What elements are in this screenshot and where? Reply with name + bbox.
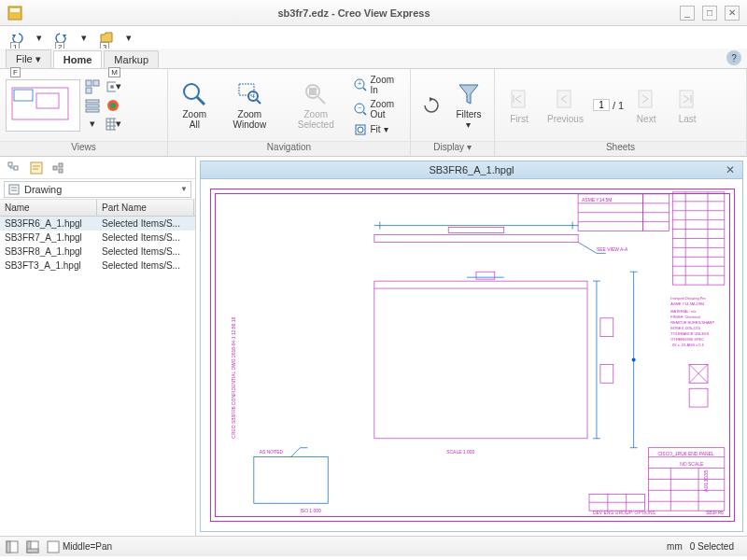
svg-text:+: + — [251, 92, 256, 101]
svg-rect-27 — [309, 88, 317, 95]
svg-rect-6 — [93, 80, 99, 86]
svg-rect-4 — [36, 93, 59, 108]
svg-text:TOLERANCE UNLESS: TOLERANCE UNLESS — [670, 331, 709, 336]
viewer-title: SB3FR6_A_1.hpgl — [429, 164, 514, 175]
svg-text:OTHERWISE SPEC: OTHERWISE SPEC — [670, 337, 704, 342]
zoom-in-button[interactable]: +Zoom In — [351, 74, 404, 96]
units-label: mm — [667, 541, 683, 552]
view-list-icon[interactable] — [84, 97, 101, 114]
svg-rect-48 — [53, 166, 57, 170]
help-icon[interactable]: ? — [726, 50, 741, 65]
close-button[interactable]: ✕ — [725, 6, 740, 21]
color-icon[interactable] — [105, 97, 121, 114]
ribbon-tabs: File ▾F Home MarkupM ? — [0, 49, 747, 69]
svg-rect-104 — [689, 388, 708, 407]
previous-sheet-button: Previous — [542, 84, 589, 126]
svg-text:SEE VIEW A-A: SEE VIEW A-A — [597, 247, 628, 252]
viewer-close-icon[interactable]: ✕ — [726, 163, 739, 176]
svg-rect-91 — [254, 457, 328, 504]
view-gallery-icon[interactable] — [84, 78, 101, 95]
last-sheet-button: Last — [669, 84, 706, 126]
first-sheet-button: First — [500, 84, 538, 126]
window-title: sb3fr7.edz - Creo View Express — [28, 7, 680, 19]
redo-dropdown[interactable]: ▾ — [75, 28, 93, 47]
undo-dropdown[interactable]: ▾ — [30, 28, 49, 47]
grid-icon[interactable]: ▾ — [105, 116, 121, 133]
svg-text:ASME Y14.5M: ASME Y14.5M — [582, 198, 612, 203]
mouse-mode-label: Middle=Pan — [63, 541, 112, 552]
layout-2-icon[interactable] — [26, 540, 39, 553]
svg-rect-40 — [639, 91, 652, 107]
list-item[interactable]: SB3FR6_A_1.hpglSelected Items/S... — [0, 217, 195, 231]
next-sheet-button: Next — [627, 84, 665, 126]
viewer-panel: SB3FR6_A_1.hpgl ✕ ASME Y14.5M — [196, 157, 747, 536]
svg-text:ASME Y14.5M-1994: ASME Y14.5M-1994 — [670, 301, 705, 306]
list-item[interactable]: SB3FT3_A_1.hpglSelected Items/S... — [0, 259, 195, 273]
tab-file[interactable]: File ▾F — [6, 49, 51, 68]
maximize-button[interactable]: □ — [702, 6, 717, 21]
view-options-icon[interactable]: ▾ — [105, 78, 121, 95]
sidebar: Drawing ▼ Name Part Name SB3FR6_A_1.hpgl… — [0, 157, 196, 536]
tree-view-icon[interactable] — [6, 160, 22, 176]
svg-line-28 — [318, 97, 325, 104]
svg-rect-5 — [86, 80, 92, 86]
group-sheets-label: Sheets — [495, 141, 746, 156]
svg-rect-50 — [59, 169, 63, 173]
svg-rect-73 — [448, 228, 504, 233]
svg-text:.XX ± .01  ANG ± 0.5: .XX ± .01 ANG ± 0.5 — [670, 343, 704, 347]
zoom-all-button[interactable]: Zoom All — [174, 79, 216, 132]
svg-text:Interpret Drawing Per: Interpret Drawing Per — [670, 296, 706, 301]
svg-text:ISO 1.000: ISO 1.000 — [300, 509, 321, 513]
list-item[interactable]: SB3FR8_A_1.hpglSelected Items/S... — [0, 245, 195, 259]
svg-rect-49 — [59, 163, 63, 167]
zoom-window-button[interactable]: + Zoom Window — [219, 79, 281, 132]
fit-button[interactable]: Fit ▾ — [351, 122, 404, 137]
col-name[interactable]: Name — [0, 200, 97, 216]
svg-rect-129 — [48, 541, 59, 553]
svg-rect-81 — [476, 272, 495, 279]
reload-button[interactable] — [416, 94, 446, 117]
col-part[interactable]: Part Name — [97, 200, 194, 216]
sheet-number-input[interactable] — [593, 99, 610, 111]
selection-count: 0 Selected — [690, 541, 734, 552]
svg-text:FINISH: Chemical: FINISH: Chemical — [670, 315, 700, 319]
svg-rect-86 — [600, 364, 613, 383]
layout-1-icon[interactable] — [6, 540, 19, 553]
tab-home[interactable]: Home — [53, 50, 103, 68]
group-views-label: Views — [0, 141, 167, 156]
svg-rect-85 — [600, 318, 613, 337]
svg-rect-3 — [14, 90, 33, 101]
svg-text:−: − — [358, 105, 361, 111]
drawing-canvas[interactable]: ASME Y14.5M SEE VIEW A-A — [200, 179, 743, 532]
file-list: SB3FR6_A_1.hpglSelected Items/S...SB3FR7… — [0, 217, 195, 536]
annotation-view-icon[interactable] — [28, 160, 45, 176]
svg-rect-44 — [14, 166, 18, 170]
zoom-out-button[interactable]: −Zoom Out — [351, 98, 404, 120]
filters-button[interactable]: Filters▾ — [450, 79, 487, 132]
layer-view-icon[interactable] — [50, 160, 67, 176]
quick-access-toolbar: 1 ▾ 2 ▾ 3 ▾ — [0, 26, 747, 49]
svg-text:+: + — [358, 80, 361, 87]
tab-markup[interactable]: MarkupM — [104, 50, 159, 68]
view-thumbnail[interactable] — [6, 79, 80, 132]
redo-button[interactable]: 2 — [52, 28, 71, 47]
minimize-button[interactable]: _ — [680, 6, 695, 21]
sheet-total: / 1 — [613, 100, 624, 111]
svg-point-88 — [632, 357, 636, 361]
svg-rect-43 — [8, 162, 12, 166]
open-button[interactable]: 3 — [97, 28, 116, 47]
undo-button[interactable]: 1 — [7, 28, 26, 47]
app-icon — [7, 6, 22, 21]
svg-rect-47 — [31, 162, 42, 174]
thumbnail-size-icon[interactable]: ▾ — [84, 116, 101, 133]
svg-rect-7 — [86, 88, 92, 93]
svg-text:AS NOTED: AS NOTED — [260, 450, 284, 455]
drawing-selector[interactable]: Drawing ▼ — [4, 181, 191, 198]
svg-text:A013035: A013035 — [703, 469, 709, 492]
ribbon: ▾ ▾ ▾ Views Zoom All + Zoom Window Zoom … — [0, 69, 747, 157]
svg-line-21 — [197, 97, 204, 105]
svg-text:REMOVE BURRS/SHARP: REMOVE BURRS/SHARP — [670, 320, 714, 325]
open-dropdown[interactable]: ▾ — [120, 28, 138, 47]
svg-rect-10 — [86, 109, 99, 112]
list-item[interactable]: SB3FR7_A_1.hpglSelected Items/S... — [0, 231, 195, 245]
